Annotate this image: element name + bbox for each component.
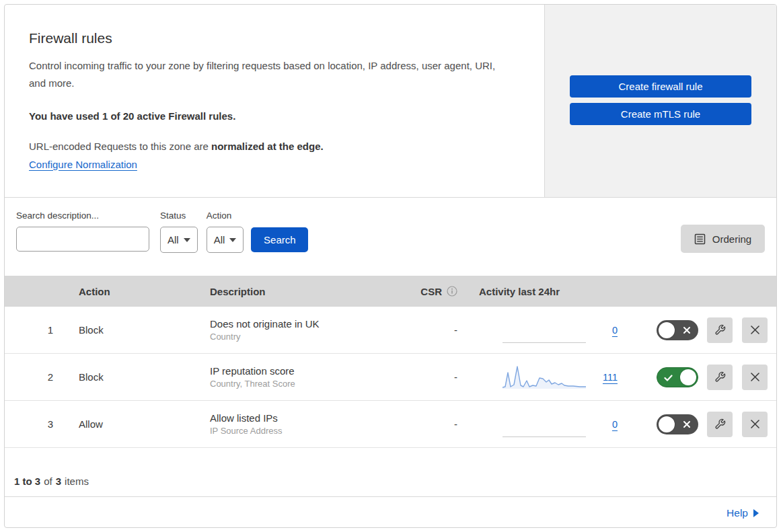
- rule-activity-cell: 111: [466, 365, 624, 390]
- create-firewall-rule-button[interactable]: Create firewall rule: [570, 75, 751, 98]
- rule-action: Block: [65, 371, 196, 383]
- rule-csr: -: [392, 371, 466, 383]
- rule-activity-cell: 0: [466, 317, 624, 343]
- delete-rule-button[interactable]: [742, 412, 768, 437]
- normalization-prefix: URL-encoded Requests to this zone are: [29, 141, 209, 152]
- search-button[interactable]: Search: [251, 227, 308, 252]
- close-icon: [750, 372, 760, 382]
- status-filter-group: Status All: [160, 211, 198, 253]
- rule-description-cell: IP reputation score Country, Threat Scor…: [196, 365, 392, 389]
- action-label: Action: [207, 211, 244, 221]
- delete-rule-button[interactable]: [742, 365, 768, 390]
- toggle-off-x-icon: [683, 420, 691, 428]
- rule-toggle-cell: [624, 414, 704, 434]
- rule-toggle-cell: [624, 320, 704, 340]
- action-dropdown[interactable]: All: [207, 227, 244, 253]
- status-dropdown[interactable]: All: [160, 227, 198, 253]
- toggle-on-check-icon: [664, 374, 673, 382]
- configure-normalization-link[interactable]: Configure Normalization: [29, 159, 137, 170]
- rule-description-cell: Does not originate in UK Country: [196, 318, 392, 342]
- usage-summary: You have used 1 of 20 active Firewall ru…: [29, 110, 517, 122]
- rule-description-cell: Allow listed IPs IP Source Address: [196, 412, 392, 436]
- csr-column-header: CSR: [392, 286, 466, 297]
- help-bar: Help: [5, 497, 776, 528]
- search-filter-group: Search description...: [16, 211, 149, 252]
- rule-criteria: IP Source Address: [210, 426, 392, 436]
- activity-sparkline-empty: [503, 317, 586, 343]
- rule-edit-cell: [704, 365, 735, 390]
- search-label: Search description...: [16, 211, 149, 221]
- rule-description: IP reputation score: [210, 365, 392, 377]
- ordering-button-label: Ordering: [712, 233, 751, 245]
- ordering-button[interactable]: Ordering: [681, 225, 765, 253]
- normalization-bold: normalized at the edge.: [211, 141, 324, 152]
- edit-rule-button[interactable]: [707, 365, 733, 390]
- activity-column-header: Activity last 24hr: [466, 286, 624, 297]
- activity-count-link[interactable]: 0: [612, 419, 618, 430]
- rule-delete-cell: [735, 317, 777, 343]
- activity-count-link[interactable]: 111: [603, 372, 618, 383]
- rule-toggle-cell: [624, 367, 704, 387]
- close-icon: [750, 325, 760, 335]
- description-column-header: Description: [196, 286, 392, 297]
- table-row: 2 Block IP reputation score Country, Thr…: [5, 354, 776, 401]
- ordering-list-icon: [694, 233, 706, 245]
- rule-criteria: Country, Threat Score: [210, 379, 392, 389]
- firewall-rules-panel: Firewall rules Control incoming traffic …: [4, 4, 777, 528]
- rule-priority: 3: [5, 418, 65, 430]
- edit-rule-button[interactable]: [707, 317, 733, 343]
- header-text-block: Firewall rules Control incoming traffic …: [5, 5, 544, 197]
- page-description: Control incoming traffic to your zone by…: [29, 57, 513, 93]
- action-column-header: Action: [65, 286, 196, 297]
- rule-edit-cell: [704, 317, 735, 343]
- help-link[interactable]: Help: [727, 507, 759, 519]
- items-of: of: [44, 476, 52, 487]
- chevron-down-icon: [229, 238, 236, 242]
- rule-description: Does not originate in UK: [210, 318, 392, 330]
- enable-toggle[interactable]: [657, 414, 698, 434]
- toggle-knob: [659, 322, 675, 338]
- status-label: Status: [160, 211, 198, 221]
- normalization-note: URL-encoded Requests to this zone are no…: [29, 141, 517, 152]
- status-dropdown-value: All: [168, 234, 179, 245]
- wrench-icon: [714, 418, 726, 430]
- activity-sparkline-empty: [503, 412, 586, 437]
- rule-priority: 1: [5, 324, 65, 336]
- rule-action: Block: [65, 324, 196, 336]
- rule-description: Allow listed IPs: [210, 412, 392, 424]
- items-range: 1 to 3: [14, 476, 40, 487]
- delete-rule-button[interactable]: [742, 317, 768, 343]
- pagination-summary: 1 to 3 of 3 items: [5, 448, 776, 497]
- actions-sidebar: Create firewall rule Create mTLS rule: [544, 5, 776, 197]
- rule-action: Allow: [65, 418, 196, 430]
- table-row: 3 Allow Allow listed IPs IP Source Addre…: [5, 401, 776, 448]
- csr-header-label: CSR: [420, 286, 442, 297]
- edit-rule-button[interactable]: [707, 412, 733, 437]
- search-input[interactable]: [24, 227, 151, 251]
- filter-bar: Search description... Status All Action …: [5, 198, 776, 276]
- items-word: items: [65, 476, 89, 487]
- help-label: Help: [727, 507, 748, 519]
- items-total: 3: [56, 476, 61, 487]
- action-filter-group: Action All: [207, 211, 244, 253]
- search-input-wrapper: [16, 227, 149, 252]
- activity-sparkline: [503, 365, 586, 390]
- wrench-icon: [714, 371, 726, 383]
- table-header: Action Description CSR Activity last 24h…: [5, 276, 776, 307]
- arrow-right-icon: [753, 509, 759, 517]
- rule-activity-cell: 0: [466, 412, 624, 437]
- rule-delete-cell: [735, 412, 777, 437]
- enable-toggle[interactable]: [657, 367, 698, 387]
- toggle-off-x-icon: [683, 326, 691, 334]
- rule-csr: -: [392, 418, 466, 430]
- enable-toggle[interactable]: [657, 320, 698, 340]
- toggle-knob: [680, 369, 696, 385]
- create-mtls-rule-button[interactable]: Create mTLS rule: [570, 103, 751, 125]
- info-icon[interactable]: [447, 286, 457, 297]
- activity-count-link[interactable]: 0: [612, 325, 618, 336]
- chevron-down-icon: [184, 238, 190, 242]
- rule-priority: 2: [5, 371, 65, 383]
- table-row: 1 Block Does not originate in UK Country…: [5, 307, 776, 354]
- rule-edit-cell: [704, 412, 735, 437]
- action-dropdown-value: All: [214, 234, 225, 245]
